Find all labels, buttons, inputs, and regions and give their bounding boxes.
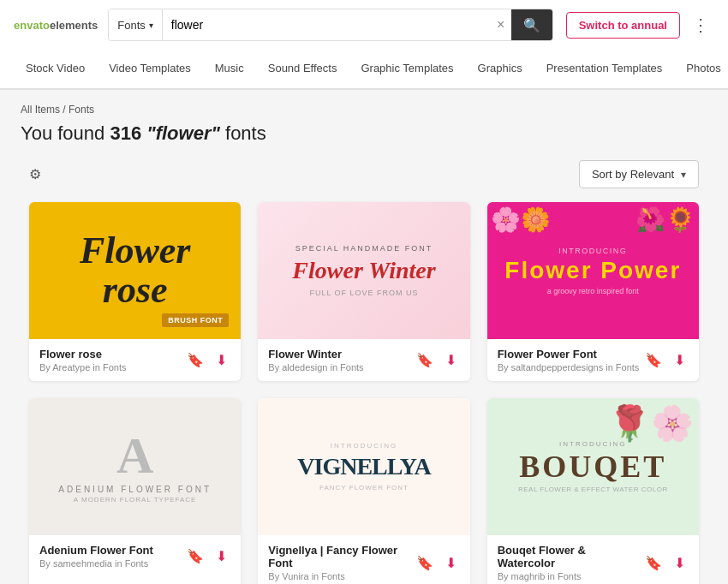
switch-to-annual-button[interactable]: Switch to annual (566, 12, 680, 39)
download-button[interactable]: ⬇ (671, 553, 689, 573)
card-author: By maghrib in Fonts (498, 571, 641, 581)
breadcrumb-separator: / (60, 104, 69, 116)
result-prefix: You found (21, 122, 110, 144)
add-to-collection-button[interactable]: 🔖 (641, 553, 665, 573)
filter-button[interactable]: ⚙ (29, 166, 41, 182)
card-sub: FANCY FLOWER FONT (319, 484, 409, 492)
card-bouqet: 🌹🌸 INTRODUCING BOUQET REAL FLOWER & EFFE… (487, 398, 699, 584)
card-sub: REAL FLOWER & EFFECT WATER COLOR (518, 486, 668, 493)
search-filter-dropdown[interactable]: Fonts ▾ (109, 9, 163, 40)
download-button[interactable]: ⬇ (442, 350, 460, 370)
decorative-flowers-right: 🌺🌻 (636, 206, 695, 234)
card-intro: Introducing (558, 247, 627, 255)
bookmark-icon: 🔖 (416, 352, 433, 368)
add-to-collection-button[interactable]: 🔖 (183, 546, 207, 566)
card-author: By aldedesign in Fonts (268, 362, 363, 372)
results-grid: Flowerrose BRUSH FONT Flower rose By Are… (21, 202, 707, 584)
card-flower-rose: Flowerrose BRUSH FONT Flower rose By Are… (29, 202, 241, 381)
logo-elements: elements (50, 19, 98, 32)
search-input-wrap: × (163, 11, 511, 39)
card-preview: A ADENIUM FLOWER FONT A MODERN FLORAL TY… (29, 398, 241, 535)
card-author: By Areatype in Fonts (39, 362, 127, 372)
card-actions: 🔖 ⬇ (183, 350, 230, 370)
card-actions: 🔖 ⬇ (641, 350, 689, 370)
nav-item-music[interactable]: Music (203, 50, 256, 88)
font-text-preview: Flower Winter (292, 258, 435, 284)
more-options-button[interactable]: ⋮ (687, 11, 714, 39)
add-to-collection-button[interactable]: 🔖 (183, 350, 207, 370)
main-nav: Stock Video Video Templates Music Sound … (0, 50, 728, 89)
card-title: Flower rose (39, 348, 127, 361)
card-body: Flower rose By Areatype in Fonts 🔖 ⬇ (29, 339, 241, 381)
bookmark-icon: 🔖 (187, 352, 204, 368)
add-to-collection-button[interactable]: 🔖 (413, 553, 437, 573)
content-area: All Items / Fonts You found 316 "flower"… (0, 90, 728, 584)
chevron-down-icon: ▾ (149, 21, 153, 30)
font-text-preview: VIGNELLYA (297, 455, 430, 479)
nav-item-graphic-templates[interactable]: Graphic Templates (349, 50, 465, 88)
card-flower-power: 🌸🌼 🌺🌻 Introducing Flower Power a groovy … (487, 202, 699, 381)
font-text-preview: Flower Power (504, 259, 681, 283)
logo-envato: envato (14, 19, 50, 32)
result-query: "flower" (146, 122, 220, 144)
download-icon: ⬇ (216, 548, 227, 564)
card-adenium: A ADENIUM FLOWER FONT A MODERN FLORAL TY… (29, 398, 241, 584)
download-icon: ⬇ (445, 555, 456, 571)
card-preview: Flowerrose BRUSH FONT (29, 202, 241, 339)
nav-item-presentation-templates[interactable]: Presentation Templates (534, 50, 675, 88)
decorative-flowers: 🌸🌼 (491, 206, 551, 234)
filter-icon: ⚙ (29, 166, 41, 182)
brush-font-badge: BRUSH FONT (162, 313, 229, 327)
card-sub: FULL OF LOVE FROM US (309, 289, 418, 297)
search-submit-button[interactable]: 🔍 (511, 9, 552, 40)
add-to-collection-button[interactable]: 🔖 (641, 350, 665, 370)
card-author: By sameehmedia in Fonts (39, 558, 153, 569)
download-button[interactable]: ⬇ (442, 553, 460, 573)
bookmark-icon: 🔖 (645, 555, 662, 571)
card-preview: 🌸🌼 🌺🌻 Introducing Flower Power a groovy … (487, 202, 699, 339)
nav-item-photos[interactable]: Photos (674, 50, 728, 88)
header: envatoelements Fonts ▾ × 🔍 Switch to ann… (0, 0, 728, 90)
header-top: envatoelements Fonts ▾ × 🔍 Switch to ann… (0, 0, 728, 50)
card-title: Bouqet Flower & Watercolor (498, 544, 641, 569)
nav-item-stock-video[interactable]: Stock Video (14, 50, 97, 88)
download-icon: ⬇ (674, 555, 685, 571)
card-title: Flower Winter (268, 348, 363, 361)
card-preview: 🌹🌸 INTRODUCING BOUQET REAL FLOWER & EFFE… (487, 398, 699, 535)
card-info: Flower rose By Areatype in Fonts (39, 348, 127, 372)
card-info: Flower Winter By aldedesign in Fonts (268, 348, 363, 372)
card-actions: 🔖 ⬇ (641, 553, 689, 573)
logo[interactable]: envatoelements (14, 19, 98, 32)
breadcrumb-all-items[interactable]: All Items (21, 104, 60, 116)
bookmark-icon: 🔖 (416, 555, 433, 571)
result-suffix: fonts (220, 122, 266, 144)
download-icon: ⬇ (445, 352, 456, 368)
search-input[interactable] (163, 11, 490, 39)
card-info: Bouqet Flower & Watercolor By maghrib in… (498, 544, 641, 581)
nav-item-graphics[interactable]: Graphics (466, 50, 534, 88)
card-intro: INTRODUCING (559, 440, 626, 448)
decorative-flowers: 🌹🌸 (608, 403, 694, 444)
card-title: Flower Power Font (498, 348, 640, 361)
add-to-collection-button[interactable]: 🔖 (413, 350, 437, 370)
download-button[interactable]: ⬇ (671, 350, 689, 370)
card-body: Adenium Flower Font By sameehmedia in Fo… (29, 535, 241, 577)
toolbar: ⚙ Sort by Relevant ▾ (21, 160, 707, 188)
nav-item-video-templates[interactable]: Video Templates (97, 50, 203, 88)
card-info: Flower Power Font By saltandpepperdesign… (498, 348, 640, 372)
download-icon: ⬇ (216, 352, 227, 368)
card-author: By saltandpepperdesigns in Fonts (498, 362, 640, 372)
card-author: By Vunira in Fonts (268, 571, 412, 581)
nav-item-sound-effects[interactable]: Sound Effects (256, 50, 349, 88)
download-button[interactable]: ⬇ (212, 546, 230, 566)
download-button[interactable]: ⬇ (212, 350, 230, 370)
chevron-down-icon: ▾ (681, 169, 686, 181)
sort-dropdown[interactable]: Sort by Relevant ▾ (579, 160, 699, 188)
search-bar: Fonts ▾ × 🔍 (108, 9, 553, 41)
card-info: Adenium Flower Font By sameehmedia in Fo… (39, 544, 153, 569)
card-intro: SPECIAL HANDMADE FONT (295, 244, 433, 253)
card-body: Flower Power Font By saltandpepperdesign… (487, 339, 699, 381)
breadcrumb: All Items / Fonts (21, 104, 707, 116)
search-clear-button[interactable]: × (490, 17, 511, 33)
bookmark-icon: 🔖 (187, 548, 204, 564)
